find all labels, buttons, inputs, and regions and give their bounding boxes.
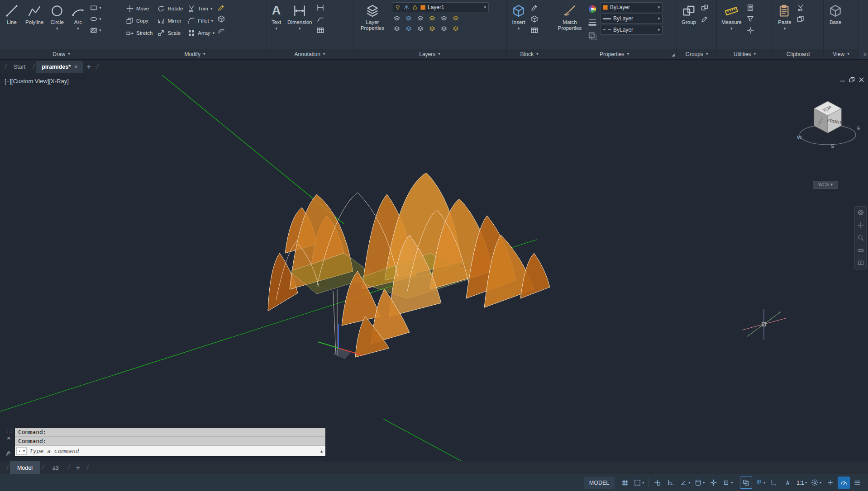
palette-grip[interactable]: ⋮⋮: [5, 428, 13, 433]
stretch-button[interactable]: Stretch: [126, 28, 153, 38]
panel-label-draw[interactable]: Draw▾: [0, 49, 123, 59]
group-button[interactable]: Group: [680, 2, 698, 27]
leader-tool-icon[interactable]: [316, 15, 324, 23]
ellipse-button[interactable]: ▾: [90, 15, 101, 23]
viewport-view-button[interactable]: [Custom View]: [11, 78, 49, 85]
annotation-visibility-button[interactable]: [782, 477, 794, 489]
create-block-icon[interactable]: [530, 15, 539, 23]
cube-tool-icon[interactable]: [217, 15, 225, 23]
layer-match-icon[interactable]: [440, 14, 448, 23]
insert-button[interactable]: Insert ▾: [510, 2, 528, 32]
scale-button[interactable]: Scale: [157, 28, 183, 38]
quick-calc-icon[interactable]: [746, 4, 754, 12]
panel-label-modify[interactable]: Modify▾: [123, 49, 267, 59]
lineweight-select[interactable]: ByLayer ▾: [600, 14, 663, 24]
manage-attributes-icon[interactable]: [530, 26, 539, 34]
annotation-scale-button[interactable]: 1:1 ▾: [795, 477, 808, 489]
palette-close-icon[interactable]: ×: [7, 435, 10, 441]
dialog-launcher-icon[interactable]: ◢: [672, 52, 675, 57]
ungroup-icon[interactable]: [701, 4, 709, 12]
orbit-icon[interactable]: [857, 247, 864, 254]
quick-select-icon[interactable]: [746, 15, 754, 23]
customize-button[interactable]: [851, 477, 863, 489]
lineweight-icon[interactable]: [587, 18, 597, 28]
text-button[interactable]: A Text ▾: [270, 2, 283, 32]
panel-label-annotation[interactable]: Annotation▾: [267, 49, 353, 59]
id-point-icon[interactable]: [746, 26, 754, 34]
arc-button[interactable]: Arc ▾: [69, 2, 87, 32]
viewcube[interactable]: TOP FRONT LEFT W S E: [789, 90, 868, 184]
hatch-button[interactable]: ▾: [90, 26, 101, 34]
copy-clip-icon[interactable]: [796, 15, 805, 23]
isodraft-button[interactable]: ▾: [693, 477, 706, 489]
offset-tool-icon[interactable]: [217, 26, 225, 34]
trim-button[interactable]: Trim ▾: [187, 3, 215, 14]
snap-button[interactable]: ▾: [632, 477, 645, 489]
transparency-icon[interactable]: [587, 31, 597, 41]
layer-prev-icon[interactable]: [452, 14, 460, 23]
panel-label-block[interactable]: Block▾: [507, 49, 552, 59]
dimension-button[interactable]: Dimension ▾: [286, 2, 314, 32]
infer-constraints-button[interactable]: [651, 477, 663, 489]
customize-wrench-icon[interactable]: [5, 450, 12, 457]
panel-label-layers[interactable]: Layers▾: [353, 49, 506, 59]
base-button[interactable]: Base: [826, 2, 844, 27]
fillet-button[interactable]: Fillet ▾: [187, 15, 215, 26]
isolate-objects-button[interactable]: [824, 477, 836, 489]
line-button[interactable]: Line: [3, 2, 21, 27]
restore-icon[interactable]: [848, 76, 856, 84]
tab-start[interactable]: Start: [8, 61, 31, 73]
new-drawing-button[interactable]: +: [83, 62, 95, 71]
steering-wheel-icon[interactable]: [857, 209, 864, 216]
zoom-icon[interactable]: [857, 234, 864, 241]
rectangle-button[interactable]: ▾: [90, 4, 101, 12]
group-edit-icon[interactable]: [701, 15, 709, 23]
copy-button[interactable]: Copy: [126, 15, 153, 26]
dynamic-ucs-button[interactable]: [768, 477, 780, 489]
layer-state-icon[interactable]: [452, 25, 460, 33]
close-tab-icon[interactable]: ×: [74, 64, 77, 70]
cut-icon[interactable]: [796, 4, 805, 12]
layer-unlock-icon[interactable]: [416, 25, 424, 33]
object-color-select[interactable]: ByLayer ▾: [600, 2, 663, 12]
mirror-button[interactable]: Mirror: [157, 15, 183, 26]
panel-label-groups[interactable]: Groups▾: [677, 49, 716, 59]
paste-button[interactable]: Paste ▾: [776, 2, 794, 32]
ribbon-overflow-button[interactable]: »: [859, 49, 868, 59]
object-snap-tracking-button[interactable]: [707, 477, 720, 489]
layer-isolate-icon[interactable]: [405, 14, 413, 23]
workspace-gear-button[interactable]: ▾: [810, 477, 823, 489]
match-properties-button[interactable]: Match Properties: [555, 2, 585, 33]
layer-merge-icon[interactable]: [440, 25, 448, 33]
grid-button[interactable]: [619, 477, 631, 489]
expand-history-icon[interactable]: ▴: [320, 449, 323, 453]
linetype-select[interactable]: ByLayer ▾: [600, 25, 663, 35]
viewport-visual-style-button[interactable]: [X-Ray]: [49, 78, 68, 85]
selection-cycling-button[interactable]: [740, 477, 752, 489]
edit-attribute-icon[interactable]: [530, 4, 539, 12]
tab-a3[interactable]: a3: [45, 461, 66, 474]
move-button[interactable]: Move: [126, 3, 153, 14]
circle-button[interactable]: Circle ▾: [48, 2, 66, 32]
showmotion-icon[interactable]: [857, 260, 864, 267]
drawing-canvas[interactable]: [−] [Custom View] [X-Ray] TOP FRONT LEFT…: [0, 74, 868, 461]
osnap-3d-button[interactable]: ▾: [754, 477, 767, 489]
command-input[interactable]: Type a command: [29, 448, 318, 454]
layer-thaw-icon[interactable]: [405, 25, 413, 33]
layer-select[interactable]: Layer1 ▾: [392, 2, 489, 12]
array-button[interactable]: Array ▾: [187, 28, 215, 38]
minimize-icon[interactable]: [839, 76, 846, 84]
panel-label-utilities[interactable]: Utilities▾: [717, 49, 773, 59]
new-layout-button[interactable]: +: [72, 464, 85, 472]
panel-label-view[interactable]: View▾: [824, 49, 858, 59]
panel-label-properties[interactable]: Properties▾: [552, 49, 677, 59]
color-wheel-icon[interactable]: [587, 4, 597, 14]
table-tool-icon[interactable]: [316, 26, 324, 34]
graphics-performance-button[interactable]: [838, 477, 850, 489]
layer-unisolate-icon[interactable]: [393, 25, 401, 33]
layer-properties-button[interactable]: Layer Properties: [356, 2, 389, 33]
tab-model[interactable]: Model: [10, 461, 40, 474]
viewport-collapse-button[interactable]: [−]: [5, 78, 11, 85]
close-icon[interactable]: [858, 76, 865, 84]
measure-button[interactable]: Measure ▾: [720, 2, 744, 32]
